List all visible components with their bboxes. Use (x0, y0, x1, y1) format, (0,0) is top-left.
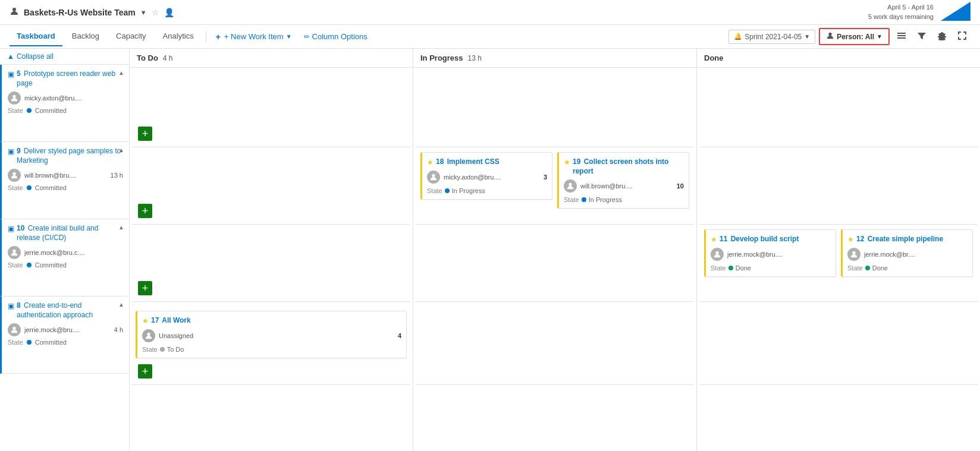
card-18-header: ★ 18 Implement CSS (427, 157, 547, 167)
card-11[interactable]: ★ 11 Develop build script jerrie.mock@br… (704, 229, 836, 277)
dropdown-arrow-icon: ▼ (286, 33, 292, 40)
new-work-item-button[interactable]: + + New Work Item ▼ (211, 30, 297, 44)
row1-state: State Committed (8, 107, 123, 114)
row4-header: ▣ 8 Create end-to-end authentication app… (8, 301, 123, 320)
card-12-state-dot (865, 266, 870, 270)
card-18-title-text: Implement CSS (447, 157, 500, 166)
sprint-selector[interactable]: 🔔 Sprint 2021-04-05 ▼ (728, 30, 815, 44)
row1-collapse-icon[interactable]: ▲ (118, 70, 124, 76)
card-12-email: jerrie.mock@br.... (864, 251, 968, 258)
card-12-icon: ★ (847, 235, 854, 244)
add-btn-todo-row4[interactable]: + (138, 364, 152, 379)
row3-collapse-icon[interactable]: ▲ (118, 224, 124, 231)
row2-avatar-row: will.brown@bru.... 13 h (8, 169, 123, 182)
todo-row3: + (132, 225, 410, 302)
column-options-label: Column Options (312, 32, 368, 41)
card-18[interactable]: ★ 18 Implement CSS micky.axton@bru.... (420, 152, 552, 200)
card-19-count: 10 (677, 182, 684, 190)
card-18-count: 3 (544, 174, 547, 181)
card-12-title-text: Create simple pipeline (868, 235, 943, 243)
pencil-icon: ✏ (304, 33, 310, 41)
card-19[interactable]: ★ 19 Collect screen shots into report wi… (557, 152, 689, 209)
card-17[interactable]: ★ 17 All Work Unassigned 4 (136, 311, 407, 358)
col-inprogress-header: In Progress 13 h (413, 49, 696, 68)
board-container: ▲ Collapse all ▲ ▣ 5 Prototype screen re… (0, 49, 980, 451)
svg-point-6 (12, 95, 15, 98)
row2-avatar (8, 169, 21, 182)
row4-hours: 4 h (114, 326, 123, 333)
row2-hours: 13 h (111, 172, 123, 179)
row3-title[interactable]: 10 Create initial build and release (CI/… (17, 224, 123, 242)
row2-collapse-icon[interactable]: ▲ (118, 147, 124, 153)
star-icon[interactable]: ☆ (152, 8, 159, 17)
row4-title[interactable]: 8 Create end-to-end authentication appro… (17, 301, 123, 320)
card-18-title: 18 Implement CSS (436, 157, 500, 167)
row2-state-value: Committed (35, 184, 67, 191)
settings-columns-button[interactable] (893, 29, 910, 45)
tab-backlog[interactable]: Backlog (65, 27, 106, 46)
fullscreen-icon[interactable] (954, 29, 970, 45)
sprint-selector-label: Sprint 2021-04-05 (745, 33, 802, 41)
top-bar-right: April 5 - April 16 5 work days remaining (868, 2, 970, 23)
sprint-date-range: April 5 - April 16 (868, 3, 934, 12)
row3-header: ▣ 10 Create initial build and release (C… (8, 224, 123, 242)
row1-title[interactable]: 5 Prototype screen reader web page (17, 70, 123, 88)
row4-state-label: State (8, 339, 23, 346)
tab-taskboard[interactable]: Taskboard (10, 27, 62, 46)
card-17-user-row: Unassigned 4 (142, 329, 401, 342)
inprogress-row1 (416, 70, 694, 147)
row2-state-dot (27, 185, 32, 190)
card-11-icon: ★ (711, 235, 717, 244)
plus-icon: + (216, 32, 221, 42)
card-12-title: 12 Create simple pipeline (856, 235, 943, 244)
row1-num: 5 (17, 70, 21, 78)
row3-state: State Committed (8, 261, 123, 269)
person-filter-label: Person: All (837, 33, 874, 41)
tab-capacity[interactable]: Capacity (109, 27, 153, 46)
gear-icon[interactable] (934, 29, 950, 45)
svg-point-10 (147, 333, 150, 336)
row1-avatar (8, 92, 21, 105)
row1-title-text: Prototype screen reader web page (17, 70, 115, 87)
card-19-title: 19 Collect screen shots into report (573, 157, 684, 176)
card-17-state-label: State (142, 346, 158, 353)
team-name[interactable]: Baskets-R-Us Website Team (24, 8, 136, 17)
row1-avatar-row: micky.axton@bru.... (8, 92, 123, 105)
svg-marker-1 (941, 2, 970, 21)
row2-state-label: State (8, 184, 23, 191)
tab-analytics[interactable]: Analytics (156, 27, 201, 46)
row1-state-value: Committed (35, 107, 67, 114)
svg-rect-3 (897, 33, 906, 34)
col-done-label: Done (704, 53, 724, 62)
person-icon (10, 7, 19, 18)
card-19-state-dot (582, 197, 586, 202)
sidebar-row-4: ▲ ▣ 8 Create end-to-end authentication a… (0, 297, 129, 374)
svg-point-8 (12, 250, 15, 253)
column-options-button[interactable]: ✏ Column Options (299, 30, 372, 43)
card-17-state: State To Do (142, 346, 401, 353)
person-filter-button[interactable]: Person: All ▼ (819, 28, 890, 45)
card-12[interactable]: ★ 12 Create simple pipeline jerrie.mock@… (841, 229, 973, 277)
row4-collapse-icon[interactable]: ▲ (118, 301, 124, 308)
card-12-state: State Done (847, 264, 968, 272)
card-17-num: 17 (151, 316, 159, 324)
svg-point-14 (852, 251, 855, 254)
sidebar: ▲ Collapse all ▲ ▣ 5 Prototype screen re… (0, 49, 130, 451)
add-btn-todo-row3[interactable]: + (138, 281, 152, 295)
svg-rect-5 (897, 37, 906, 39)
sprint-days-remaining: 5 work days remaining (868, 12, 934, 21)
row4-email: jerrie.mock@bru.... (24, 326, 111, 333)
card-18-email: micky.axton@bru.... (444, 174, 540, 181)
row2-title[interactable]: 9 Deliver styled page samples to Marketi… (17, 147, 123, 165)
row4-state-dot (27, 340, 32, 345)
user-add-icon[interactable]: 👤 (164, 8, 174, 17)
filter-button[interactable] (913, 29, 930, 45)
collapse-all-button[interactable]: ▲ Collapse all (0, 49, 129, 65)
add-btn-todo-row2[interactable]: + (138, 204, 152, 218)
row3-state-label: State (8, 261, 23, 269)
inprogress-row2: ★ 18 Implement CSS micky.axton@bru.... (416, 147, 694, 225)
chevron-down-icon[interactable]: ▼ (140, 9, 147, 16)
add-btn-todo-row1[interactable]: + (138, 127, 152, 141)
card-12-header: ★ 12 Create simple pipeline (847, 235, 968, 244)
row2-title-text: Deliver styled page samples to Marketing (17, 147, 121, 165)
